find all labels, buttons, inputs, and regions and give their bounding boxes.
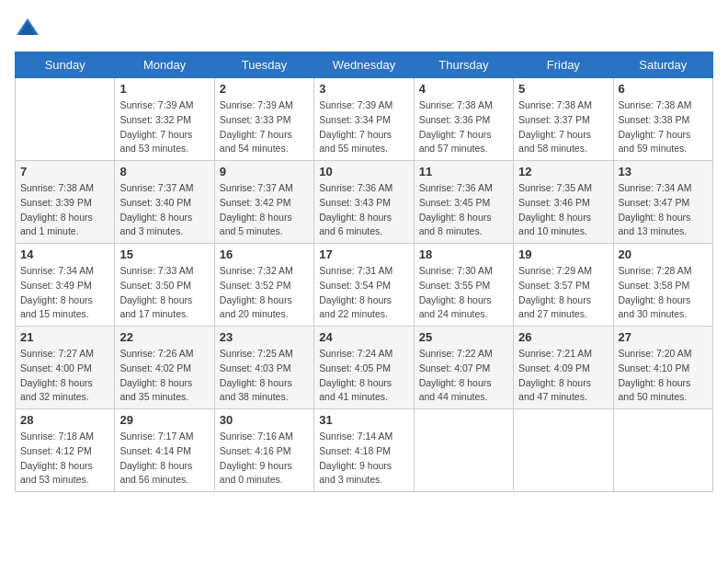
calendar-cell: 12Sunrise: 7:35 AMSunset: 3:46 PMDayligh… [514,161,613,244]
day-number: 15 [119,247,209,261]
calendar-cell: 28Sunrise: 7:18 AMSunset: 4:12 PMDayligh… [16,409,115,492]
day-number: 8 [119,165,209,178]
calendar-cell: 22Sunrise: 7:26 AMSunset: 4:02 PMDayligh… [115,327,214,409]
day-info: Sunrise: 7:39 AMSunset: 3:33 PMDaylight:… [220,98,309,156]
day-number: 28 [20,413,109,427]
day-number: 19 [518,247,608,261]
day-number: 3 [319,82,408,96]
calendar-cell: 27Sunrise: 7:20 AMSunset: 4:10 PMDayligh… [613,327,712,409]
calendar-cell: 2Sunrise: 7:39 AMSunset: 3:33 PMDaylight… [214,78,313,161]
header [15,15,713,40]
day-number: 31 [319,413,408,427]
day-number: 18 [419,247,508,261]
day-info: Sunrise: 7:26 AMSunset: 4:02 PMDaylight:… [119,347,209,405]
calendar-cell: 18Sunrise: 7:30 AMSunset: 3:55 PMDayligh… [414,244,513,327]
calendar-cell: 26Sunrise: 7:21 AMSunset: 4:09 PMDayligh… [514,327,613,409]
day-info: Sunrise: 7:21 AMSunset: 4:09 PMDaylight:… [518,347,608,405]
day-info: Sunrise: 7:28 AMSunset: 3:58 PMDaylight:… [619,264,708,322]
day-info: Sunrise: 7:35 AMSunset: 3:46 PMDaylight:… [518,181,608,239]
calendar-cell: 9Sunrise: 7:37 AMSunset: 3:42 PMDaylight… [214,161,313,244]
day-info: Sunrise: 7:25 AMSunset: 4:03 PMDaylight:… [220,347,309,405]
calendar-cell: 13Sunrise: 7:34 AMSunset: 3:47 PMDayligh… [613,161,712,244]
header-row: SundayMondayTuesdayWednesdayThursdayFrid… [16,52,713,78]
day-info: Sunrise: 7:36 AMSunset: 3:45 PMDaylight:… [419,181,508,239]
day-info: Sunrise: 7:30 AMSunset: 3:55 PMDaylight:… [419,264,508,322]
calendar-cell: 25Sunrise: 7:22 AMSunset: 4:07 PMDayligh… [414,327,513,409]
calendar-cell: 21Sunrise: 7:27 AMSunset: 4:00 PMDayligh… [16,327,115,409]
day-info: Sunrise: 7:33 AMSunset: 3:50 PMDaylight:… [119,264,209,322]
calendar-cell: 20Sunrise: 7:28 AMSunset: 3:58 PMDayligh… [613,244,712,327]
day-header-sunday: Sunday [16,52,115,78]
day-info: Sunrise: 7:20 AMSunset: 4:10 PMDaylight:… [619,347,708,405]
day-number: 20 [619,247,708,261]
day-info: Sunrise: 7:31 AMSunset: 3:54 PMDaylight:… [319,264,408,322]
day-number: 4 [419,82,508,96]
day-number: 24 [319,330,408,344]
calendar-cell: 29Sunrise: 7:17 AMSunset: 4:14 PMDayligh… [115,409,214,492]
day-number: 17 [319,247,408,261]
day-number: 25 [419,330,508,344]
day-header-saturday: Saturday [613,52,712,78]
day-number: 12 [518,165,608,178]
week-row-5: 28Sunrise: 7:18 AMSunset: 4:12 PMDayligh… [16,409,713,492]
calendar-cell [613,409,712,492]
day-number: 23 [220,330,309,344]
day-info: Sunrise: 7:36 AMSunset: 3:43 PMDaylight:… [319,181,408,239]
day-info: Sunrise: 7:18 AMSunset: 4:12 PMDaylight:… [20,430,109,488]
day-number: 11 [419,165,508,178]
day-info: Sunrise: 7:16 AMSunset: 4:16 PMDaylight:… [220,430,309,488]
calendar-cell: 8Sunrise: 7:37 AMSunset: 3:40 PMDaylight… [115,161,214,244]
day-info: Sunrise: 7:22 AMSunset: 4:07 PMDaylight:… [419,347,508,405]
calendar-cell: 4Sunrise: 7:38 AMSunset: 3:36 PMDaylight… [414,78,513,161]
day-number: 30 [220,413,309,427]
calendar-cell [16,78,115,161]
calendar-cell: 1Sunrise: 7:39 AMSunset: 3:32 PMDaylight… [115,78,214,161]
calendar-cell: 14Sunrise: 7:34 AMSunset: 3:49 PMDayligh… [16,244,115,327]
day-info: Sunrise: 7:38 AMSunset: 3:38 PMDaylight:… [619,98,708,156]
day-info: Sunrise: 7:32 AMSunset: 3:52 PMDaylight:… [220,264,309,322]
calendar-cell: 31Sunrise: 7:14 AMSunset: 4:18 PMDayligh… [314,409,414,492]
week-row-2: 7Sunrise: 7:38 AMSunset: 3:39 PMDaylight… [16,161,713,244]
calendar-cell: 6Sunrise: 7:38 AMSunset: 3:38 PMDaylight… [613,78,712,161]
calendar-cell: 5Sunrise: 7:38 AMSunset: 3:37 PMDaylight… [514,78,613,161]
day-info: Sunrise: 7:27 AMSunset: 4:00 PMDaylight:… [20,347,109,405]
calendar-cell [514,409,613,492]
calendar-cell: 11Sunrise: 7:36 AMSunset: 3:45 PMDayligh… [414,161,513,244]
day-header-monday: Monday [115,52,214,78]
day-info: Sunrise: 7:29 AMSunset: 3:57 PMDaylight:… [518,264,608,322]
day-number: 22 [119,330,209,344]
day-number: 5 [518,82,608,96]
day-number: 27 [619,330,708,344]
calendar-cell: 7Sunrise: 7:38 AMSunset: 3:39 PMDaylight… [16,161,115,244]
day-number: 1 [119,82,209,96]
day-number: 2 [220,82,309,96]
calendar-cell: 15Sunrise: 7:33 AMSunset: 3:50 PMDayligh… [115,244,214,327]
week-row-1: 1Sunrise: 7:39 AMSunset: 3:32 PMDaylight… [16,78,713,161]
day-header-thursday: Thursday [414,52,513,78]
day-number: 14 [20,247,109,261]
day-header-friday: Friday [514,52,613,78]
day-number: 26 [518,330,608,344]
day-info: Sunrise: 7:38 AMSunset: 3:37 PMDaylight:… [518,98,608,156]
day-info: Sunrise: 7:38 AMSunset: 3:39 PMDaylight:… [20,181,109,239]
day-info: Sunrise: 7:34 AMSunset: 3:49 PMDaylight:… [20,264,109,322]
day-info: Sunrise: 7:37 AMSunset: 3:40 PMDaylight:… [119,181,209,239]
calendar-cell [414,409,513,492]
logo-icon [15,15,40,40]
calendar-table: SundayMondayTuesdayWednesdayThursdayFrid… [15,52,713,492]
day-info: Sunrise: 7:34 AMSunset: 3:47 PMDaylight:… [619,181,708,239]
calendar-cell: 30Sunrise: 7:16 AMSunset: 4:16 PMDayligh… [214,409,313,492]
calendar-cell: 19Sunrise: 7:29 AMSunset: 3:57 PMDayligh… [514,244,613,327]
day-number: 10 [319,165,408,178]
week-row-3: 14Sunrise: 7:34 AMSunset: 3:49 PMDayligh… [16,244,713,327]
day-number: 13 [619,165,708,178]
calendar-cell: 23Sunrise: 7:25 AMSunset: 4:03 PMDayligh… [214,327,313,409]
day-number: 21 [20,330,109,344]
day-info: Sunrise: 7:37 AMSunset: 3:42 PMDaylight:… [220,181,309,239]
calendar-cell: 16Sunrise: 7:32 AMSunset: 3:52 PMDayligh… [214,244,313,327]
day-number: 9 [220,165,309,178]
day-header-tuesday: Tuesday [214,52,313,78]
calendar-cell: 3Sunrise: 7:39 AMSunset: 3:34 PMDaylight… [314,78,414,161]
day-number: 16 [220,247,309,261]
week-row-4: 21Sunrise: 7:27 AMSunset: 4:00 PMDayligh… [16,327,713,409]
